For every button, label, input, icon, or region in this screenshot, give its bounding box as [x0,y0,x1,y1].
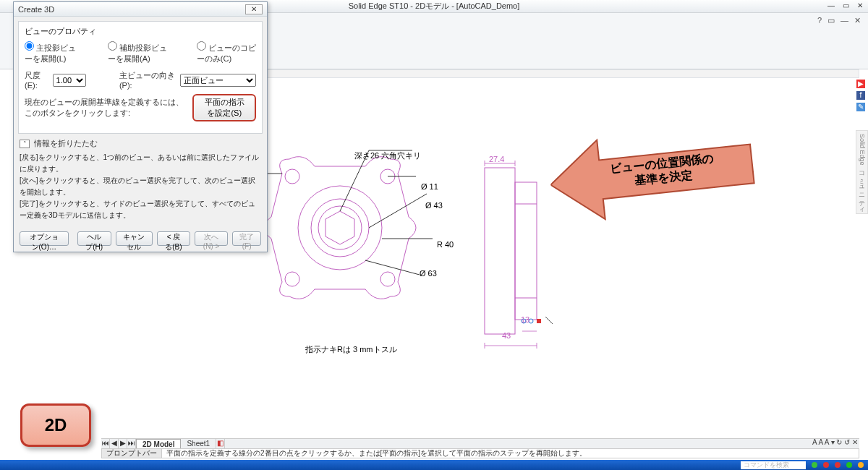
help-icon[interactable]: ? [817,16,822,25]
collapse-info-icon[interactable]: ˄ [20,140,30,148]
radio-copy-only[interactable]: ビューのコピーのみ(C) [197,41,256,64]
instr-label: 現在のビューの展開基準線を定義するには、このボタンをクリックします: [25,97,188,119]
dialog-close-button[interactable]: ✕ [245,4,263,14]
tab-scroll-prev-icon[interactable]: ◀ [110,439,119,449]
command-search[interactable]: コマンドを検索 [741,461,806,469]
info-header: 情報を折りたたむ [34,138,98,149]
options-button[interactable]: オプション(O)… [20,231,69,246]
dim-small: 13 [521,315,529,324]
svg-rect-15 [485,168,515,334]
dialog-title: Create 3D [18,5,54,14]
radio-aux-projection[interactable]: 補助投影ビューを展開(A) [108,41,172,64]
minimize-icon[interactable]: — [826,1,836,10]
label-dia63: Ø 63 [420,269,437,278]
label-dia11: Ø 11 [421,182,438,191]
svg-line-29 [545,317,553,324]
scale-select[interactable]: 1.00 [53,74,86,87]
tab-sheet1[interactable]: Sheet1 [181,439,216,449]
status-dot-green2 [846,462,852,468]
flange-front-view [246,145,434,311]
group-title: ビューのプロパティ [25,26,256,37]
svg-line-11 [369,194,427,228]
dim-bottom: 43 [502,331,511,340]
youtube-icon[interactable]: ▶ [856,80,865,88]
svg-point-3 [380,272,395,286]
label-top-note: 深さ26 六角穴キリ [354,150,421,161]
status-dot-orange [858,462,864,468]
svg-point-5 [311,199,369,257]
label-dia43: Ø 43 [425,201,443,210]
prompt-text: 平面の指示を定義する線分の2番目の点をクリックするか、または[平面の指示]を選択… [162,448,587,458]
set-plane-button[interactable]: 平面の指示を設定(S) [192,94,256,121]
prompt-bar: プロンプトバー 平面の指示を定義する線分の2番目の点をクリックするか、または[平… [101,448,859,458]
status-dot-red2 [835,462,841,468]
view-options[interactable]: A A A ▾ ↻ ↺ ✕ [812,437,858,447]
tab-scroll-last-icon[interactable]: ⏭ [127,439,136,449]
community-tab[interactable]: Solid Edge コミュニティ [856,130,868,214]
minimize-child-icon[interactable]: — [841,16,848,25]
scale-label: 尺度(E): [25,70,48,90]
maximize-icon[interactable]: ▭ [841,1,851,10]
app-title: Solid Edge ST10 - 2Dモデル - [AutoCAD_Demo] [349,1,520,12]
svg-point-2 [285,272,299,286]
facebook-icon[interactable]: f [856,91,865,100]
status-dot-red [823,462,829,468]
svg-line-13 [365,260,420,275]
info-body: [戻る]をクリックすると、1つ前のビュー、あるいは前に選択したファイルに戻ります… [20,152,261,221]
close-child-icon[interactable]: ✕ [854,16,861,25]
help-button[interactable]: ヘルプ(H) [77,231,111,246]
callout-arrow: ビューの位置関係の 基準を決定 [545,108,772,232]
svg-rect-28 [537,319,541,323]
svg-point-6 [318,206,362,249]
label-bottom-note: 指示ナキRは 3 mmトスル [305,344,397,355]
prompt-label: プロンプトバー [102,449,162,458]
cancel-button[interactable]: キャンセル [116,231,153,246]
sheet-tabs: ⏮ ◀ ▶ ⏭ 2D Model Sheet1 ◧ [101,438,859,448]
radio-main-projection[interactable]: 主投影ビューを展開(L) [25,41,83,64]
svg-rect-16 [515,182,537,320]
svg-point-0 [285,169,299,184]
orient-label: 主ビューの向き(P): [119,70,176,90]
orient-select[interactable]: 正面ビュー [180,74,256,87]
blog-icon[interactable]: ✎ [856,103,865,111]
finish-button[interactable]: 完了(F) [232,231,261,246]
back-button[interactable]: < 戻る(B) [157,231,190,246]
tab-add-icon[interactable]: ◧ [216,439,225,449]
social-icons: ▶ f ✎ [856,80,867,111]
create-3d-dialog: Create 3D ✕ ビューのプロパティ 主投影ビューを展開(L) 補助投影ビ… [13,1,268,252]
mode-badge-2d: 2D [20,403,91,447]
tab-scroll-next-icon[interactable]: ▶ [119,439,127,449]
next-button[interactable]: 次へ(N) > [195,231,228,246]
tab-scroll-first-icon[interactable]: ⏮ [101,439,110,449]
label-r40: R 40 [437,240,454,249]
status-taskbar: コマンドを検索 [0,460,868,470]
tab-2d-model[interactable]: 2D Model [136,439,181,449]
window-restore-icon[interactable]: ▭ [827,16,835,25]
dim-top: 27.4 [489,155,504,163]
close-icon[interactable]: ✕ [855,1,865,10]
svg-marker-7 [326,211,354,244]
status-dot-green [812,462,817,468]
